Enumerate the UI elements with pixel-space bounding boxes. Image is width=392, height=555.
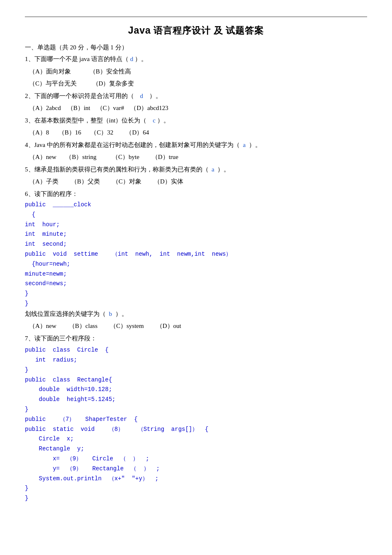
q4-optD: （D）true xyxy=(152,154,178,160)
q7-code-2: int radius; xyxy=(25,355,367,365)
q4-answer: a xyxy=(240,142,249,148)
q6-optC: （C）system xyxy=(110,323,144,329)
q1-text: 1、下面哪一个不是 java 语言的特点（ xyxy=(25,56,129,62)
q3-end: ）。 xyxy=(157,117,170,124)
q1-answer: d xyxy=(129,56,135,62)
q5-answer: a xyxy=(209,166,218,173)
q6-answer: b xyxy=(106,311,115,317)
code-line-1: public ______clock xyxy=(25,200,367,210)
q1-optC: （C）与平台无关 xyxy=(29,80,77,87)
q5-optD: （D）实体 xyxy=(154,178,183,185)
q5-optA: （A）子类 xyxy=(29,178,58,185)
q2-options: （A）2abcd （B）int （C）var# （D）abcd123 xyxy=(29,103,367,114)
code-line-3: int hour; xyxy=(25,220,367,230)
question-5: 5、继承是指新的类获得已有类的属性和行为，称新类为已有类的（ a ）。 xyxy=(25,164,367,175)
q7-code: public class Circle { int radius; } publ… xyxy=(25,345,367,504)
code-line-5: int second; xyxy=(25,240,367,249)
code-line-8: minute=newm; xyxy=(25,269,367,279)
q4-text: 4、Java 中的所有对象都是在运行时动态创建的，创建新对象可用的关键字为（ xyxy=(25,142,240,148)
q1-options-1: （A）面向对象 （B）安全性高 xyxy=(29,66,367,77)
q4-optC: （C）byte xyxy=(112,154,139,160)
q3-optC: （C）32 xyxy=(90,129,113,136)
q7-code-12: x= （9） Circle （ ） ; xyxy=(25,454,367,464)
q7-code-1: public class Circle { xyxy=(25,345,367,355)
q6-options: （A）new （B）class （C）system （D）out xyxy=(29,321,367,332)
q3-optD: （D）64 xyxy=(126,129,149,136)
q3-answer: c xyxy=(146,117,157,124)
q7-code-11: Rectangle y; xyxy=(25,444,367,454)
q5-text: 5、继承是指新的类获得已有类的属性和行为，称新类为已有类的（ xyxy=(25,166,209,173)
q7-code-10: Circle x; xyxy=(25,434,367,444)
q7-code-3: } xyxy=(25,365,367,375)
q2-answer: d xyxy=(134,93,150,99)
q2-optB: （B）int xyxy=(67,105,90,111)
q6-end: ）。 xyxy=(115,311,128,317)
q5-optC: （C）对象 xyxy=(112,178,141,185)
q7-code-15: } xyxy=(25,484,367,494)
q5-options: （A）子类 （B）父类 （C）对象 （D）实体 xyxy=(29,176,367,187)
code-line-6: public void settime （int newh, int newm,… xyxy=(25,249,367,259)
top-divider xyxy=(25,17,367,17)
q3-optA: （A）8 xyxy=(29,129,49,136)
q7-code-8: public （7） ShaperTester { xyxy=(25,415,367,425)
q6-code: public ______clock { int hour; int minut… xyxy=(25,200,367,309)
q7-code-14: System.out.println （x+" "+y） ; xyxy=(25,474,367,484)
q3-options: （A）8 （B）16 （C）32 （D）64 xyxy=(29,127,367,138)
q5-end: ）。 xyxy=(217,166,230,173)
q6-optB: （B）class xyxy=(69,323,97,329)
question-1: 1、下面哪一个不是 java 语言的特点（ d ）。 xyxy=(25,54,367,65)
q4-end: ）。 xyxy=(249,142,261,148)
q2-optD: （D）abcd123 xyxy=(130,105,168,111)
q4-optA: （A）new xyxy=(29,154,56,160)
title-rest: 语言程序设计 及 试题答案 xyxy=(151,25,264,36)
q1-optB: （B）安全性高 xyxy=(90,68,131,75)
q4-optB: （B）string xyxy=(66,154,96,160)
q2-end: ）。 xyxy=(149,93,162,99)
q2-optA: （A）2abcd xyxy=(29,105,61,111)
q1-optD: （D）复杂多变 xyxy=(93,80,134,87)
question-2: 2、下面的哪一个标识符是合法可用的（ d ）。 xyxy=(25,91,367,102)
q7-code-4: public class Rectangle{ xyxy=(25,375,367,385)
q2-optC: （C）var# xyxy=(97,105,124,111)
q5-optB: （B）父类 xyxy=(71,178,100,185)
code-line-4: int minute; xyxy=(25,230,367,240)
q3-optB: （B）16 xyxy=(58,129,81,136)
q7-code-5: double width=10.128; xyxy=(25,385,367,395)
q1-options-2: （C）与平台无关 （D）复杂多变 xyxy=(29,78,367,89)
question-6-intro: 6、读下面的程序： xyxy=(25,189,367,200)
question-7-intro: 7、读下面的三个程序段： xyxy=(25,333,367,344)
q7-code-16: } xyxy=(25,494,367,504)
q6-optD: （D）out xyxy=(156,323,181,329)
q6-question: 划线位置应选择的关键字为（ b ）。 xyxy=(25,309,367,320)
section1-header: 一、单选题（共 20 分，每小题 1 分） xyxy=(25,44,367,51)
code-line-7: {hour=newh; xyxy=(25,259,367,269)
code-line-11: } xyxy=(25,299,367,309)
question-3: 3、在基本数据类型中，整型（int）位长为（ c ）。 xyxy=(25,115,367,126)
code-line-10: } xyxy=(25,289,367,299)
q7-code-7: } xyxy=(25,405,367,415)
q2-text: 2、下面的哪一个标识符是合法可用的（ xyxy=(25,93,134,99)
q1-end: ）。 xyxy=(135,56,147,62)
page-title: Java 语言程序设计 及 试题答案 xyxy=(25,24,367,37)
q4-options: （A）new （B）string （C）byte （D）true xyxy=(29,152,367,163)
code-line-2: { xyxy=(25,210,367,220)
question-4: 4、Java 中的所有对象都是在运行时动态创建的，创建新对象可用的关键字为（ a… xyxy=(25,140,367,151)
q1-optA: （A）面向对象 xyxy=(29,68,71,75)
q7-code-9: public static void （8） （String args[]） { xyxy=(25,425,367,435)
q7-code-13: y= （9） Rectangle （ ） ; xyxy=(25,464,367,474)
code-line-9: second=news; xyxy=(25,279,367,289)
title-java: Java xyxy=(128,25,151,36)
q6-optA: （A）new xyxy=(29,323,56,329)
q7-code-6: double height=5.1245; xyxy=(25,395,367,405)
q3-text: 3、在基本数据类型中，整型（int）位长为（ xyxy=(25,117,146,124)
q6-text: 划线位置应选择的关键字为（ xyxy=(25,311,106,317)
